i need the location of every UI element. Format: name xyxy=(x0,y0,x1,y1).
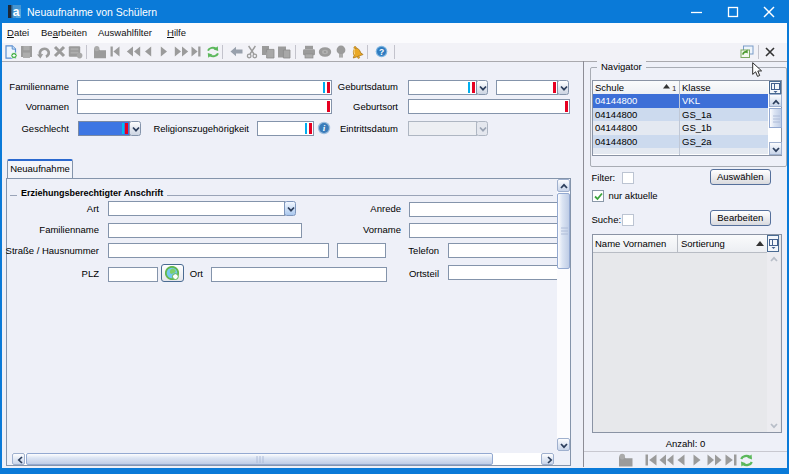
svg-text:a: a xyxy=(13,5,20,18)
svg-text:1: 1 xyxy=(672,84,676,93)
svg-text:?: ? xyxy=(379,47,384,57)
